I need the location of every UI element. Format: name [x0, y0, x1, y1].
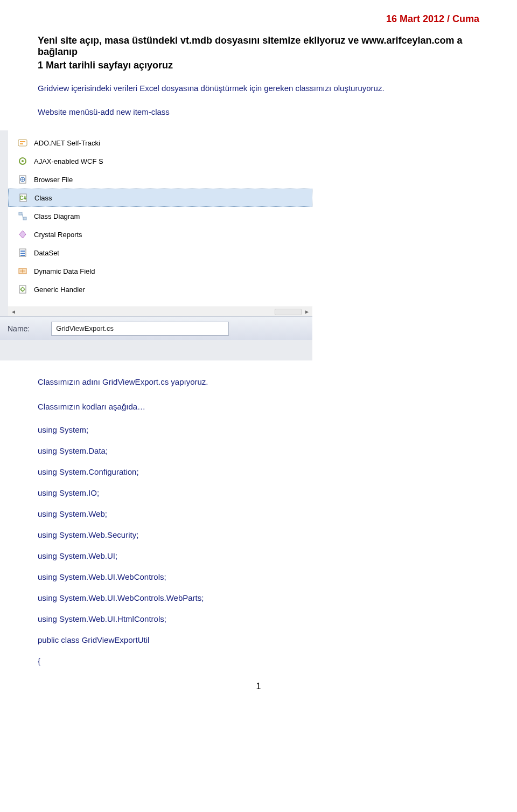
code-line: using System.Data;: [38, 446, 479, 455]
code-line: using System.Configuration;: [38, 467, 479, 476]
ado-icon: [18, 138, 27, 148]
svg-marker-11: [19, 231, 26, 238]
browser-file-icon: [18, 175, 27, 184]
list-item[interactable]: AJAX-enabled WCF S: [8, 152, 312, 170]
code-line: using System.IO;: [38, 488, 479, 497]
class-diagram-icon: [18, 211, 27, 221]
svg-rect-1: [20, 141, 25, 142]
list-item[interactable]: Generic Handler: [8, 280, 312, 299]
code-line: using System.Web.Security;: [38, 530, 479, 539]
name-input[interactable]: GridViewExport.cs: [51, 322, 229, 336]
intro-line-2: 1 Mart tarihli sayfayı açıyoruz: [38, 60, 479, 71]
code-line: using System.Web.UI.HtmlControls;: [38, 614, 479, 623]
code-line: using System.Web.UI;: [38, 551, 479, 560]
svg-text:C#: C#: [20, 195, 27, 201]
list-item-label: ADO.NET Self-Tracki: [34, 139, 100, 147]
list-item-label: Class Diagram: [34, 212, 80, 220]
code-line: using System.Web.UI.WebControls.WebParts…: [38, 593, 479, 602]
code-line: {: [38, 656, 479, 665]
scrollbar-thumb[interactable]: [275, 309, 302, 315]
list-item-label: Generic Handler: [34, 286, 85, 294]
list-item[interactable]: Class Diagram: [8, 207, 312, 225]
svg-rect-15: [20, 255, 25, 256]
list-item-label: DataSet: [34, 249, 59, 257]
name-label: Name:: [8, 324, 30, 333]
code-line: public class GridViewExportUtil: [38, 635, 479, 644]
scroll-right-icon[interactable]: ►: [304, 309, 310, 315]
svg-rect-2: [20, 143, 23, 144]
list-item-label: Browser File: [34, 176, 73, 184]
ajax-icon: [18, 156, 27, 166]
page-number: 1: [38, 682, 479, 691]
page-date: 16 Mart 2012 / Cuma: [386, 13, 479, 25]
svg-rect-14: [20, 253, 25, 254]
name-row: Name: GridViewExport.cs: [0, 316, 312, 340]
paragraph-1: Gridview içerisindeki verileri Excel dos…: [38, 82, 479, 95]
list-item[interactable]: DataSet: [8, 244, 312, 262]
after-image-text-2: Classımızın kodları aşağıda…: [38, 400, 479, 413]
add-item-dialog: ADO.NET Self-Tracki AJAX-enabled WCF S B…: [0, 130, 312, 360]
list-item-label: AJAX-enabled WCF S: [34, 157, 103, 165]
dataset-icon: [18, 248, 27, 258]
list-item-label: Crystal Reports: [34, 231, 82, 239]
dialog-footer-strip: [0, 340, 312, 360]
list-item[interactable]: Browser File: [8, 170, 312, 189]
class-icon: C#: [18, 193, 28, 203]
list-item[interactable]: Crystal Reports: [8, 225, 312, 244]
list-item[interactable]: Dynamic Data Field: [8, 262, 312, 280]
code-line: using System.Web.UI.WebControls;: [38, 572, 479, 581]
list-item-label: Dynamic Data Field: [34, 267, 95, 275]
paragraph-2: Website menüsü-add new item-class: [38, 106, 479, 119]
svg-rect-9: [19, 212, 22, 215]
list-item-label: Class: [34, 194, 52, 202]
intro-line-1: Yeni site açıp, masa üstündeki vt.mdb do…: [38, 35, 479, 58]
horizontal-scrollbar[interactable]: ◄ ►: [8, 307, 312, 316]
svg-rect-13: [20, 251, 25, 252]
svg-point-4: [22, 160, 24, 162]
svg-rect-10: [23, 217, 26, 220]
after-image-text-1: Classımızın adını GridViewExport.cs yapı…: [38, 376, 479, 388]
code-line: using System.Web;: [38, 509, 479, 518]
list-item[interactable]: ADO.NET Self-Tracki: [8, 134, 312, 152]
code-line: using System;: [38, 425, 479, 434]
list-item-selected[interactable]: C# Class: [8, 189, 312, 207]
template-list[interactable]: ADO.NET Self-Tracki AJAX-enabled WCF S B…: [0, 130, 312, 316]
dynamic-data-icon: [18, 266, 27, 276]
scroll-left-icon[interactable]: ◄: [10, 309, 17, 315]
generic-handler-icon: [18, 284, 27, 294]
crystal-reports-icon: [18, 230, 27, 239]
svg-rect-0: [18, 140, 27, 146]
